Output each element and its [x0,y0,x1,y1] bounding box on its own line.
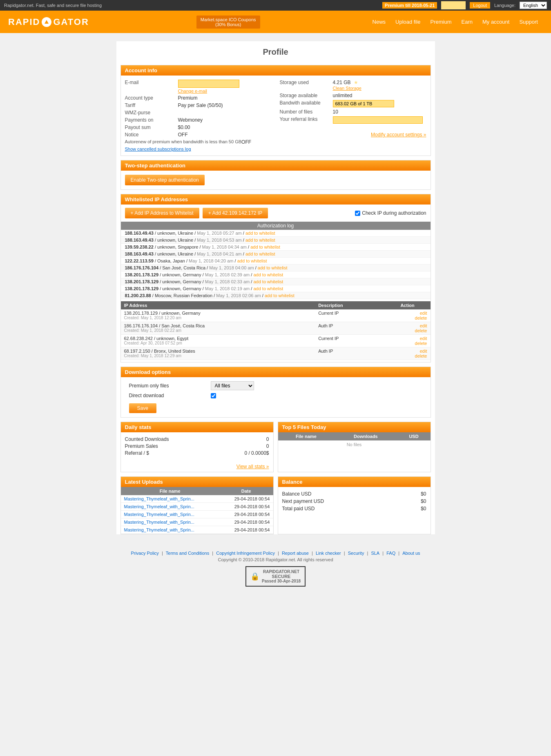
upload-filename-cell: Mastering_Thymeleaf_with_Sprin... [121,495,219,503]
add-to-whitelist-link[interactable]: add to whitelist [253,279,283,284]
add-to-whitelist-link[interactable]: add to whitelist [253,272,283,277]
main-nav: News Upload file Premium Earn My account… [368,17,543,27]
edit-ip-link[interactable]: edit [388,349,427,354]
footer-link[interactable]: Copyright Infringement Policy [216,551,275,556]
referral-label: Your referral links [280,116,333,124]
payments-on-value: Webmoney [178,117,203,123]
ip-table-row: 186.176.176.104 / San José, Costa Rica C… [121,322,431,335]
bandwidth-input[interactable] [333,100,394,107]
no-files-cell: No files [278,440,431,449]
footer-link[interactable]: About us [402,551,420,556]
footer-link[interactable]: Link checker [316,551,341,556]
add-ip-button[interactable]: + Add IP Address to Whitelist [125,208,199,218]
action-cell: edit delete [385,309,431,322]
edit-ip-link[interactable]: edit [388,311,427,316]
wmz-label: WMZ-purse [125,110,178,116]
add-current-ip-button[interactable]: + Add 42.109.142.172 IP [203,208,268,218]
footer-link[interactable]: Report abuse [282,551,309,556]
sitelock-text: RAPIDGATOR.NET SECURE Passed 30-Apr-2018 [262,569,301,583]
save-download-options-button[interactable]: Save [129,403,156,413]
premium-bar-yellow [441,1,466,9]
ip-cell: 186.176.176.104 / San José, Costa Rica C… [121,322,315,335]
show-cancelled-link[interactable]: Show cancelled subscriptions log [125,147,272,151]
total-paid-row: Total paid USD $0 [282,506,426,511]
lock-icon: 🔒 [250,572,259,581]
enable-two-step-button[interactable]: Enable Two-step authentication [125,175,205,185]
footer-link[interactable]: FAQ [386,551,395,556]
top-bar-right: Premium till 2018-05-21 Logout Language:… [382,1,547,9]
upload-row: Mastering_Thymeleaf_with_Sprin... 29-04-… [121,511,273,518]
notice-value: OFF [178,132,188,138]
add-to-whitelist-link[interactable]: add to whitelist [258,265,288,270]
upload-filename-link[interactable]: Mastering_Thymeleaf_with_Sprin... [124,527,194,532]
delete-ip-link[interactable]: delete [388,328,427,333]
change-email-link[interactable]: Change e-mail [178,89,239,93]
add-to-whitelist-link[interactable]: add to whitelist [245,238,275,242]
nav-account[interactable]: My account [477,17,514,27]
wmz-row: WMZ-purse [125,110,272,116]
balance-header: Balance [278,477,431,487]
ip-table-header-action: Action [385,301,431,309]
add-to-whitelist-link[interactable]: add to whitelist [253,286,283,291]
premium-badge: Premium till 2018-05-21 [382,2,437,9]
upload-filename-link[interactable]: Mastering_Thymeleaf_with_Sprin... [124,520,194,525]
logout-button[interactable]: Logout [470,2,490,9]
footer-link[interactable]: Privacy Policy [131,551,158,556]
upload-filename-link[interactable]: Mastering_Thymeleaf_with_Sprin... [124,496,194,501]
upload-row: Mastering_Thymeleaf_with_Sprin... 29-04-… [121,526,273,534]
nav-earn[interactable]: Earn [456,17,477,27]
upload-date-cell: 29-04-2018 00:54 [219,518,273,526]
counted-downloads-value: 0 [266,436,269,442]
check-ip-checkbox[interactable] [355,211,360,216]
add-to-whitelist-link[interactable]: add to whitelist [245,251,275,256]
ip-cell: 68.197.2.150 / Bronx, United States Crea… [121,347,315,360]
logo-text2: GATOR [53,17,89,27]
nav-premium[interactable]: Premium [425,17,456,27]
nav-news[interactable]: News [368,17,391,27]
next-payment-label: Next payment USD [282,498,324,504]
add-to-whitelist-link[interactable]: add to whitelist [237,258,267,263]
direct-download-checkbox[interactable] [211,393,216,398]
ip-table-body: 138.201.178.129 / unknown, Germany Creat… [121,309,431,360]
two-step-header: Two-step authentication [121,160,431,171]
num-files-label: Number of files [280,109,333,115]
delete-ip-link[interactable]: delete [388,354,427,358]
edit-ip-link[interactable]: edit [388,323,427,328]
footer-link[interactable]: SLA [371,551,379,556]
account-right-col: Storage used 4.21 GB ★ Clean Storage Sto… [280,80,426,151]
add-to-whitelist-link[interactable]: add to whitelist [250,245,280,249]
ip-cell: 138.201.178.129 / unknown, Germany Creat… [121,309,315,322]
view-all-stats-link[interactable]: View all stats » [121,461,273,472]
check-ip-label: Check IP during authorization [355,210,426,216]
clean-storage-link[interactable]: Clean Storage [333,86,361,91]
upload-filename-link[interactable]: Mastering_Thymeleaf_with_Sprin... [124,504,194,509]
balance-body: Balance USD $0 Next payment USD $0 Total… [278,487,431,517]
referral-row: Referral / $ 0 / 0.0000$ [125,450,269,456]
email-label: E-mail [125,80,178,93]
referral-input[interactable] [333,116,423,124]
nav-support[interactable]: Support [514,17,543,27]
storage-used-container: 4.21 GB ★ Clean Storage [333,80,361,91]
upload-filename-link[interactable]: Mastering_Thymeleaf_with_Sprin... [124,512,194,517]
two-step-body: Enable Two-step authentication [121,171,431,189]
promo-banner[interactable]: Market.space ICO Coupons (30% Bonus) [196,16,260,29]
balance-usd-value: $0 [421,491,426,497]
modify-account-link[interactable]: Modify account settings » [280,132,426,138]
footer-link[interactable]: Security [348,551,364,556]
email-field-container: Change e-mail [178,80,239,93]
account-type-row: Account type Premium [125,95,272,101]
auth-log-row: 188.163.49.43 / unknown, Ukraine / May 1… [121,251,431,258]
edit-ip-link[interactable]: edit [388,336,427,341]
delete-ip-link[interactable]: delete [388,341,427,346]
add-to-whitelist-link[interactable]: add to whitelist [245,231,275,236]
premium-files-select[interactable]: All files Premium only [211,381,254,390]
email-input[interactable] [178,80,239,88]
delete-ip-link[interactable]: delete [388,316,427,320]
top-files-header-downloads: Downloads [334,432,397,440]
action-cell: edit delete [385,322,431,335]
nav-upload[interactable]: Upload file [390,17,425,27]
add-to-whitelist-link[interactable]: add to whitelist [265,293,294,298]
bandwidth-row: Bandwith available [280,100,426,107]
language-select[interactable]: English [520,2,547,9]
footer-link[interactable]: Terms and Conditions [166,551,209,556]
